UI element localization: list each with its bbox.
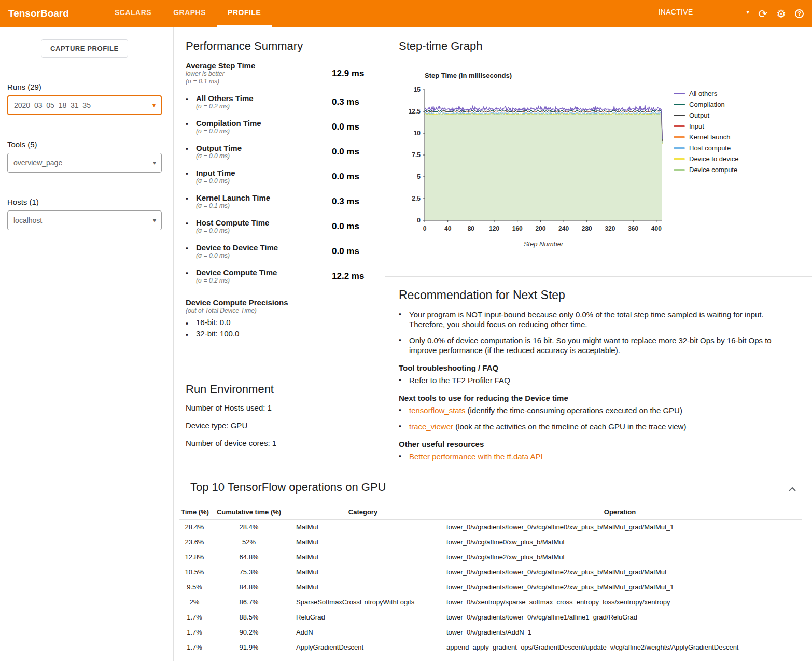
table-cell: 28.4%: [179, 519, 210, 535]
collapse-chevron-icon[interactable]: [788, 485, 796, 494]
metric-text: Device to Device Time(σ = 0.0 ms): [196, 243, 332, 260]
metric-value: 0.0 ms: [332, 172, 359, 182]
refresh-icon[interactable]: ⟳: [759, 8, 768, 19]
metric-text: Compilation Time(σ = 0.0 ms): [196, 119, 332, 135]
legend-item: Kernel launch: [674, 132, 738, 143]
recommendation-section: Recommendation for Next Step •Your progr…: [385, 277, 812, 469]
recommendation-text: Only 0.0% of device computation is 16 bi…: [409, 335, 793, 355]
table-cell: 52%: [210, 535, 288, 550]
header-actions: INACTIVE ▾ ⟳ ⚙ ?: [659, 8, 812, 19]
table-cell: tower_0/v/gradients/tower_0/v/cg/affine2…: [438, 565, 802, 580]
tab-profile[interactable]: PROFILE: [217, 0, 272, 27]
app-header: TensorBoard SCALARSGRAPHSPROFILE INACTIV…: [0, 0, 812, 27]
chart-legend: All othersCompilationOutputInputKernel l…: [674, 88, 738, 175]
metric-sigma: (σ = 0.2 ms): [196, 277, 332, 285]
bullet-icon: •: [399, 405, 409, 415]
step-time-graph-section: Step-time Graph Step Time (in millisecon…: [385, 27, 812, 277]
column-header: Category: [288, 504, 438, 519]
chart-tick-label: 200: [535, 225, 545, 232]
chevron-down-icon: ▾: [152, 102, 156, 109]
legend-label: Device compute: [689, 166, 737, 174]
hosts-dropdown[interactable]: localhost ▾: [7, 210, 162, 230]
top-ops-header-row: Time (%)Cumulative time (%)CategoryOpera…: [179, 504, 802, 519]
chart-tick-label: 2.5: [412, 195, 421, 202]
precisions-title: Device Compute Precisions: [186, 298, 375, 307]
legend-label: All others: [689, 90, 717, 97]
table-cell: 23.6%: [179, 535, 210, 550]
tab-scalars[interactable]: SCALARS: [104, 0, 162, 27]
chart-tick-label: 0: [423, 225, 427, 232]
bullet-icon: •: [186, 119, 196, 128]
recommendation-text: trace_viewer (look at the activities on …: [409, 421, 686, 431]
chevron-down-icon: ▾: [746, 8, 749, 16]
top-ops-body: 28.4%28.4%MatMultower_0/v/gradients/towe…: [179, 519, 802, 655]
top-ops-title: Top 10 TensorFlow operations on GPU: [190, 481, 802, 494]
precision-text: 32-bit: 100.0: [196, 329, 239, 340]
run-environment-lines: Number of Hosts used: 1Device type: GPUN…: [186, 403, 375, 447]
help-icon[interactable]: ?: [795, 9, 804, 18]
runs-label: Runs (29): [7, 82, 162, 91]
settings-icon[interactable]: ⚙: [776, 8, 786, 19]
chart-tick-label: 120: [489, 225, 499, 232]
legend-label: Host compute: [689, 144, 731, 152]
table-cell: tower_0/v/cg/affine0/xw_plus_b/MatMul: [438, 535, 802, 550]
chart-tick-label: 7.5: [412, 151, 421, 159]
precision-item: •16-bit: 0.0: [186, 317, 375, 329]
legend-swatch: [674, 125, 685, 127]
perf-metric-row: •Device to Device Time(σ = 0.0 ms)0.0 ms: [186, 243, 375, 260]
recommendation-bullet: •tensorflow_stats (identify the time-con…: [399, 405, 802, 415]
perf-metric-row: •Output Time(σ = 0.0 ms)0.0 ms: [186, 144, 375, 160]
table-cell: 9.5%: [179, 580, 210, 595]
chart-x-axis-label: Step Number: [425, 240, 662, 248]
metric-text: Output Time(σ = 0.0 ms): [196, 144, 332, 160]
metric-value: 0.3 ms: [332, 196, 359, 207]
bullet-icon: •: [399, 421, 409, 431]
table-cell: tower_0/v/xentropy/sparse_softmax_cross_…: [438, 595, 802, 610]
table-cell: tower_0/v/gradients/tower_0/v/cg/affine1…: [438, 610, 802, 625]
metric-sigma: (σ = 0.0 ms): [196, 152, 332, 160]
metric-value: 0.0 ms: [332, 147, 359, 157]
table-cell: MatMul: [288, 519, 438, 535]
run-status-dropdown[interactable]: INACTIVE ▾: [659, 8, 750, 19]
main-tabs: SCALARSGRAPHSPROFILE: [104, 0, 272, 27]
hosts-value: localhost: [13, 216, 42, 224]
metric-sigma: (σ = 0.0 ms): [196, 227, 332, 235]
run-environment-line: Device type: GPU: [186, 421, 375, 430]
table-cell: tower_0/v/gradients/tower_0/v/cg/affine2…: [438, 580, 802, 595]
legend-swatch: [674, 158, 685, 160]
runs-dropdown[interactable]: 2020_03_05_18_31_35 ▾: [7, 95, 162, 115]
capture-profile-button[interactable]: CAPTURE PROFILE: [41, 39, 128, 58]
recommendation-subheading: Other useful resources: [399, 440, 802, 448]
average-step-time-row: Average Step Time lower is better (σ = 0…: [186, 61, 375, 86]
run-environment-section: Run Environment Number of Hosts used: 1D…: [174, 371, 385, 456]
legend-label: Device to device: [689, 155, 738, 163]
run-environment-title: Run Environment: [186, 383, 375, 396]
metric-label: Output Time: [196, 144, 332, 152]
table-cell: append_apply_gradient_ops/GradientDescen…: [438, 640, 802, 655]
table-row: 28.4%28.4%MatMultower_0/v/gradients/towe…: [179, 519, 802, 535]
recommendation-link[interactable]: trace_viewer: [409, 422, 453, 431]
recommendation-link[interactable]: tensorflow_stats: [409, 406, 465, 415]
chart-tick-label: 360: [628, 225, 638, 232]
metric-sigma: (σ = 0.0 ms): [196, 252, 332, 260]
perf-metric-row: •Compilation Time(σ = 0.0 ms)0.0 ms: [186, 119, 375, 135]
metric-text: Input Time(σ = 0.0 ms): [196, 168, 332, 185]
tab-graphs[interactable]: GRAPHS: [162, 0, 217, 27]
table-cell: 2%: [179, 595, 210, 610]
legend-swatch: [674, 93, 685, 94]
legend-item: All others: [674, 88, 738, 99]
table-cell: 88.5%: [210, 610, 288, 625]
metric-value: 0.0 ms: [332, 246, 359, 257]
table-row: 1.7%88.5%ReluGradtower_0/v/gradients/tow…: [179, 610, 802, 625]
step-time-chart: 02.557.51012.515040801201602002402803203…: [403, 85, 666, 236]
precision-text: 16-bit: 0.0: [196, 317, 231, 329]
metric-text: Host Compute Time(σ = 0.0 ms): [196, 218, 332, 235]
metric-label: Input Time: [196, 168, 332, 177]
bullet-icon: •: [186, 218, 196, 228]
metric-sigma: (σ = 0.0 ms): [196, 128, 332, 135]
table-row: 1.7%90.2%AddNtower_0/v/gradients/AddN_1: [179, 625, 802, 640]
metric-label: Device to Device Time: [196, 243, 332, 252]
tools-dropdown[interactable]: overview_page ▾: [7, 153, 162, 173]
table-cell: 28.4%: [210, 519, 288, 535]
recommendation-link[interactable]: Better performance with the tf.data API: [409, 452, 543, 461]
